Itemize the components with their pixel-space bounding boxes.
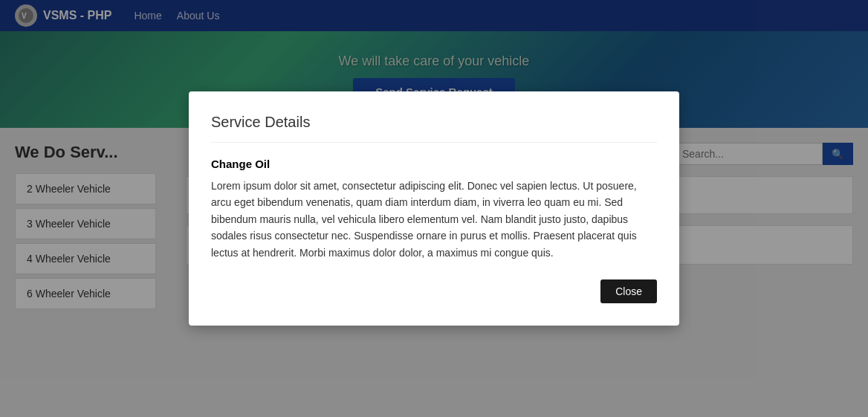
modal-close-button[interactable]: Close <box>600 279 657 303</box>
modal-body: Change Oil Lorem ipsum dolor sit amet, c… <box>211 158 657 261</box>
service-details-modal: Service Details Change Oil Lorem ipsum d… <box>189 91 679 326</box>
modal-footer: Close <box>211 279 657 303</box>
modal-service-name: Change Oil <box>211 158 657 170</box>
modal-service-text: Lorem ipsum dolor sit amet, consectetur … <box>211 178 657 261</box>
modal-overlay[interactable]: Service Details Change Oil Lorem ipsum d… <box>0 0 868 417</box>
modal-title: Service Details <box>211 114 657 143</box>
